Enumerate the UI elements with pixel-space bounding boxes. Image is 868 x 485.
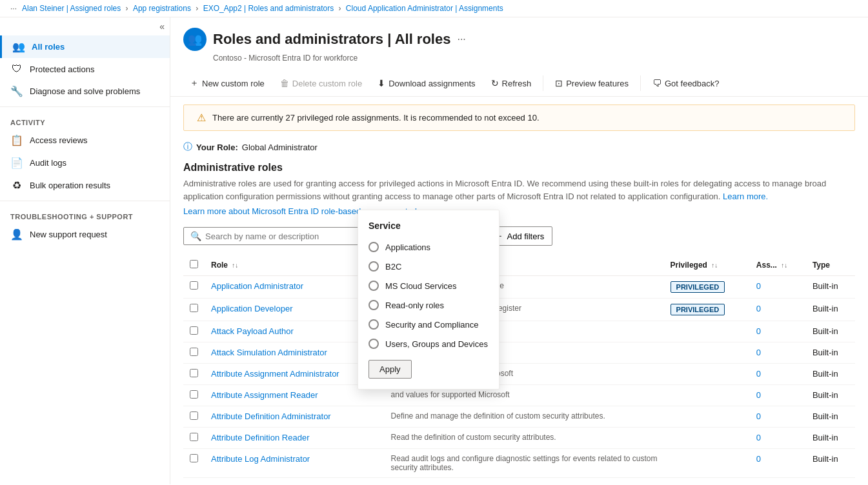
assignment-count-3[interactable]: 0 bbox=[756, 348, 761, 357]
breadcrumb-dots[interactable]: ··· bbox=[10, 4, 17, 13]
col-checkbox bbox=[183, 255, 205, 276]
table-row: Application Developer independent of the… bbox=[183, 299, 855, 321]
dropdown-option-label-2: MS Cloud Services bbox=[385, 281, 457, 291]
assignment-count-5[interactable]: 0 bbox=[756, 390, 761, 400]
download-assignments-button[interactable]: ⬇ Download assignments bbox=[371, 75, 481, 92]
col-type: Type bbox=[806, 255, 855, 276]
breadcrumb-item-2[interactable]: EXO_App2 | Roles and administrators bbox=[203, 4, 334, 13]
privileged-cell-2 bbox=[664, 321, 750, 342]
breadcrumb: ··· Alan Steiner | Assigned roles › App … bbox=[0, 0, 868, 17]
assignment-count-0[interactable]: 0 bbox=[756, 281, 761, 291]
info-icon: ⓘ bbox=[183, 141, 192, 153]
dropdown-apply-button[interactable]: Apply bbox=[368, 360, 412, 379]
role-link-6[interactable]: Attribute Definition Administrator bbox=[211, 411, 331, 421]
learn-more-inline-link[interactable]: Learn more. bbox=[723, 192, 768, 201]
collapse-icon[interactable]: « bbox=[159, 21, 165, 32]
row-select-1[interactable] bbox=[190, 304, 198, 312]
role-link-4[interactable]: Attribute Assignment Administrator bbox=[211, 369, 339, 379]
row-select-3[interactable] bbox=[190, 348, 198, 356]
table-row: Attribute Assignment Reader and values f… bbox=[183, 385, 855, 406]
row-select-5[interactable] bbox=[190, 390, 198, 399]
breadcrumb-item-0[interactable]: Alan Steiner | Assigned roles bbox=[22, 4, 121, 13]
sidebar-item-audit-logs[interactable]: 📄 Audit logs bbox=[0, 152, 170, 174]
row-select-7[interactable] bbox=[190, 433, 198, 441]
assignment-count-1[interactable]: 0 bbox=[756, 304, 761, 313]
new-custom-role-button[interactable]: ＋ New custom role bbox=[183, 74, 271, 92]
assignment-count-7[interactable]: 0 bbox=[756, 433, 761, 442]
select-all-checkbox[interactable] bbox=[190, 260, 198, 268]
sidebar: « 👥 All roles 🛡 Protected actions 🔧 Diag… bbox=[0, 17, 170, 484]
row-select-6[interactable] bbox=[190, 411, 198, 420]
audit-logs-icon: 📄 bbox=[10, 157, 23, 169]
assignments-sort-icon[interactable]: ↑↓ bbox=[781, 262, 787, 269]
add-filter-label: Add filters bbox=[507, 232, 544, 241]
refresh-button[interactable]: ↻ Refresh bbox=[485, 75, 538, 92]
privileged-sort-icon[interactable]: ↑↓ bbox=[711, 262, 718, 269]
row-select-2[interactable] bbox=[190, 326, 198, 335]
type-cell-8: Built-in bbox=[806, 449, 855, 478]
section-description: Administrative roles are used for granti… bbox=[183, 177, 855, 203]
table-row: Attribute Definition Reader Read the def… bbox=[183, 428, 855, 449]
table-row: Attribute Log Administrator Read audit l… bbox=[183, 449, 855, 478]
warning-icon: ⚠ bbox=[197, 112, 206, 124]
type-cell-5: Built-in bbox=[806, 385, 855, 406]
privileged-cell-8 bbox=[664, 449, 750, 478]
preview-features-button[interactable]: ⊡ Preview features bbox=[549, 75, 635, 92]
delete-custom-role-button[interactable]: 🗑 Delete custom role bbox=[274, 75, 368, 92]
sidebar-collapse-btn[interactable]: « bbox=[0, 17, 170, 35]
assignments-cell-7: 0 bbox=[750, 428, 806, 449]
role-link-8[interactable]: Attribute Log Administrator bbox=[211, 454, 310, 464]
access-reviews-icon: 📋 bbox=[10, 134, 23, 146]
delete-custom-role-label: Delete custom role bbox=[292, 79, 362, 88]
dropdown-option-3[interactable]: Read-only roles bbox=[358, 295, 499, 315]
assignments-cell-1: 0 bbox=[750, 299, 806, 321]
dropdown-option-label-1: B2C bbox=[385, 262, 401, 272]
trash-icon: 🗑 bbox=[280, 78, 289, 88]
role-link-5[interactable]: Attribute Assignment Reader bbox=[211, 390, 318, 400]
assignment-count-4[interactable]: 0 bbox=[756, 369, 761, 379]
sidebar-item-all-roles[interactable]: 👥 All roles bbox=[0, 35, 170, 58]
type-cell-2: Built-in bbox=[806, 321, 855, 342]
page-menu-dots[interactable]: ··· bbox=[457, 34, 465, 45]
assignment-count-8[interactable]: 0 bbox=[756, 454, 761, 464]
sidebar-item-support[interactable]: 👤 New support request bbox=[0, 223, 170, 246]
row-select-4[interactable] bbox=[190, 369, 198, 377]
role-link-0[interactable]: Application Administrator bbox=[211, 281, 303, 291]
dropdown-option-4[interactable]: Security and Compliance bbox=[358, 315, 499, 334]
sidebar-item-bulk-operation[interactable]: ♻ Bulk operation results bbox=[0, 174, 170, 197]
row-select-8[interactable] bbox=[190, 454, 198, 462]
row-checkbox-2 bbox=[183, 321, 205, 342]
assignments-cell-3: 0 bbox=[750, 342, 806, 364]
dropdown-option-2[interactable]: MS Cloud Services bbox=[358, 276, 499, 295]
role-link-3[interactable]: Attack Simulation Administrator bbox=[211, 348, 327, 357]
download-icon: ⬇ bbox=[378, 78, 385, 88]
sidebar-item-protected-actions[interactable]: 🛡 Protected actions bbox=[0, 58, 170, 80]
dropdown-option-5[interactable]: Users, Groups and Devices bbox=[358, 334, 499, 353]
sidebar-item-diagnose[interactable]: 🔧 Diagnose and solve problems bbox=[0, 80, 170, 103]
got-feedback-button[interactable]: 🗨 Got feedback? bbox=[646, 75, 726, 92]
role-link-2[interactable]: Attack Payload Author bbox=[211, 326, 294, 336]
search-input[interactable] bbox=[205, 232, 357, 241]
role-link-7[interactable]: Attribute Definition Reader bbox=[211, 433, 309, 442]
search-input-wrap[interactable]: 🔍 bbox=[183, 227, 364, 245]
col-assignments[interactable]: Ass... ↑↓ bbox=[750, 255, 806, 276]
download-assignments-label: Download assignments bbox=[389, 79, 475, 88]
breadcrumb-item-1[interactable]: App registrations bbox=[133, 4, 191, 13]
dropdown-option-1[interactable]: B2C bbox=[358, 257, 499, 276]
dropdown-option-0[interactable]: Applications bbox=[358, 237, 499, 257]
breadcrumb-item-3[interactable]: Cloud Application Administrator | Assign… bbox=[346, 4, 503, 13]
roles-table: Role ↑↓ Description Privileged ↑↓ bbox=[183, 255, 855, 478]
assignments-cell-5: 0 bbox=[750, 385, 806, 406]
col-privileged[interactable]: Privileged ↑↓ bbox=[664, 255, 750, 276]
dropdown-option-label-5: Users, Groups and Devices bbox=[385, 339, 488, 349]
protected-actions-icon: 🛡 bbox=[10, 63, 23, 75]
row-select-0[interactable] bbox=[190, 281, 198, 290]
assignment-count-2[interactable]: 0 bbox=[756, 326, 761, 336]
toolbar-separator-2 bbox=[640, 75, 641, 91]
role-sort-icon[interactable]: ↑↓ bbox=[232, 262, 238, 269]
assignment-count-6[interactable]: 0 bbox=[756, 411, 761, 421]
dropdown-option-label-0: Applications bbox=[385, 243, 430, 252]
role-link-1[interactable]: Application Developer bbox=[211, 304, 292, 313]
your-role-value: Global Administrator bbox=[242, 143, 318, 152]
sidebar-item-access-reviews[interactable]: 📋 Access reviews bbox=[0, 129, 170, 152]
